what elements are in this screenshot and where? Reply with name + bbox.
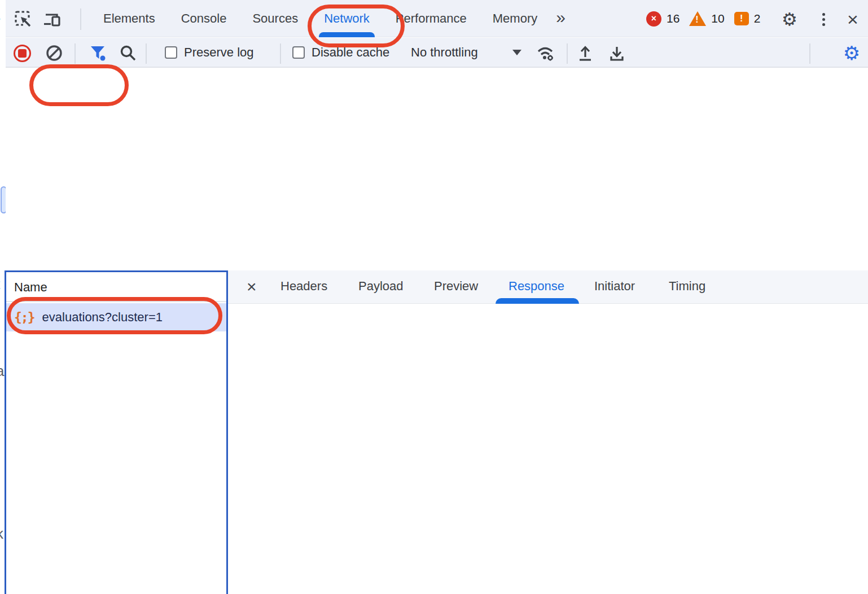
error-badge-icon[interactable]: ×	[646, 11, 661, 27]
tab-performance[interactable]: Performance	[383, 0, 480, 37]
clear-network-log-icon[interactable]	[45, 43, 64, 63]
divider	[80, 8, 81, 30]
divider	[280, 43, 281, 64]
network-toolbar: Preserve log Disable cache No throttling	[6, 38, 868, 68]
status-badges: × 16 ! 10 ! 2	[646, 0, 765, 37]
edge-artifact: k	[0, 525, 3, 543]
tab-memory[interactable]: Memory	[480, 0, 550, 37]
devtools-tabbar: ElementsConsoleSourcesNetworkPerformance…	[6, 0, 868, 37]
panel-tabs: ElementsConsoleSourcesNetworkPerformance…	[90, 0, 571, 37]
close-devtools-icon[interactable]: ×	[843, 10, 862, 29]
tab-sources[interactable]: Sources	[239, 0, 311, 37]
network-conditions-icon[interactable]	[536, 43, 555, 63]
detail-tab-initiator[interactable]: Initiator	[594, 270, 635, 304]
divider	[567, 43, 568, 64]
edge-artifact: a	[0, 362, 4, 380]
export-har-icon[interactable]	[607, 43, 626, 63]
detail-tab-preview[interactable]: Preview	[434, 270, 478, 304]
json-resource-icon: {;}	[14, 310, 34, 325]
network-settings-gear-icon[interactable]: ⚙	[842, 43, 861, 63]
issues-count: 2	[754, 12, 761, 25]
response-tab-underline	[496, 298, 579, 304]
throttling-caret-icon[interactable]	[512, 50, 521, 55]
divider	[74, 43, 76, 64]
request-row-selected[interactable]: {;} evaluations?cluster=1	[6, 303, 226, 331]
filter-funnel-icon[interactable]	[88, 43, 107, 63]
warning-count: 10	[711, 12, 724, 25]
more-tabs-icon[interactable]: »	[550, 0, 571, 37]
request-table-focus-edge	[5, 270, 228, 272]
detail-tab-timing[interactable]: Timing	[669, 270, 705, 304]
search-icon[interactable]	[119, 43, 138, 63]
issues-badge-icon[interactable]: !	[734, 12, 749, 25]
detail-tab-payload[interactable]: Payload	[358, 270, 404, 304]
devtools-window: /tak ElementsConsoleSourcesNetworkPerfor…	[0, 0, 868, 594]
kebab-menu-icon[interactable]	[814, 10, 833, 29]
disable-cache-checkbox[interactable]	[292, 46, 305, 59]
throttling-select[interactable]: No throttling	[411, 45, 478, 60]
divider	[809, 43, 810, 64]
tab-elements[interactable]: Elements	[90, 0, 168, 37]
warning-badge-icon[interactable]: !	[689, 11, 706, 26]
inspect-element-icon[interactable]	[14, 10, 33, 29]
preserve-log-label[interactable]: Preserve log	[184, 45, 254, 60]
tab-console[interactable]: Console	[168, 0, 240, 37]
disable-cache-label[interactable]: Disable cache	[312, 45, 389, 60]
divider	[146, 43, 147, 64]
request-name: evaluations?cluster=1	[42, 310, 163, 325]
tab-network[interactable]: Network	[311, 0, 383, 37]
settings-gear-icon[interactable]: ⚙	[780, 10, 799, 29]
name-column-header[interactable]: Name	[6, 272, 226, 302]
import-har-icon[interactable]	[576, 43, 595, 63]
detail-tab-headers[interactable]: Headers	[280, 270, 327, 304]
record-network-log-icon[interactable]	[12, 43, 32, 63]
close-detail-icon[interactable]: ×	[247, 277, 257, 296]
request-table: Name {;} evaluations?cluster=1	[5, 270, 228, 594]
device-toolbar-icon[interactable]	[43, 10, 62, 29]
error-count: 16	[667, 12, 680, 25]
name-column-label: Name	[14, 272, 47, 302]
detail-tabbar: × HeadersPayloadPreviewResponseInitiator…	[228, 270, 868, 304]
preserve-log-checkbox[interactable]	[165, 46, 177, 59]
